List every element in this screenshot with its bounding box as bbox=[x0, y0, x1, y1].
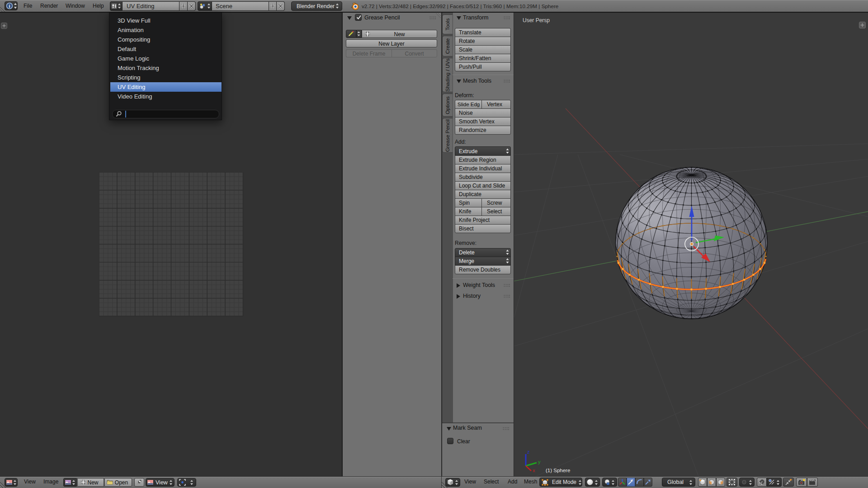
svg-text:y: y bbox=[538, 459, 541, 465]
svg-text:i: i bbox=[9, 4, 10, 9]
svg-text:x: x bbox=[533, 468, 535, 472]
svg-text:z: z bbox=[527, 450, 530, 455]
